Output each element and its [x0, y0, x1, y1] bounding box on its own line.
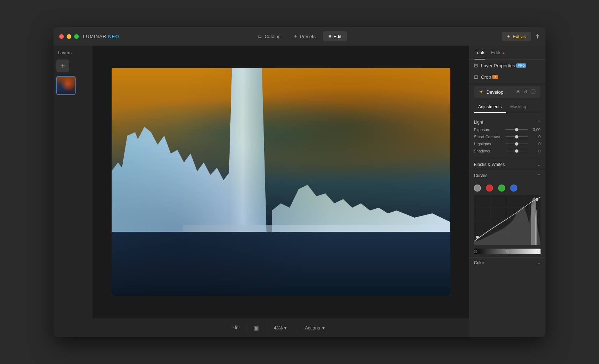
smart-contrast-label: Smart Contrast: [474, 135, 502, 139]
curves-header[interactable]: Curves ⌃: [474, 173, 541, 178]
canvas-wrapper: [93, 46, 469, 318]
right-panel: Tools Edits ● ⊞ Layer Properties PRO ⊡ C…: [469, 46, 546, 337]
add-layer-button[interactable]: +: [56, 59, 69, 72]
app-logo-neo: NEO: [108, 34, 119, 39]
visibility-icon[interactable]: 👁: [233, 324, 239, 331]
color-section: Color ⌄: [469, 258, 546, 268]
layer-properties-icon: ⊞: [474, 63, 478, 68]
layer-thumbnail[interactable]: [56, 76, 76, 95]
layer-thumb-inner: [57, 77, 75, 94]
app-logo: LUMINAR NEO: [83, 34, 119, 39]
compare-icon[interactable]: ▣: [254, 324, 259, 331]
exposure-slider-row: Exposure 0,00: [474, 128, 541, 132]
plus-icon: +: [61, 62, 65, 70]
smart-contrast-value: 0: [531, 135, 541, 139]
curves-graph[interactable]: [474, 195, 541, 245]
light-section-header[interactable]: Light ⌃: [474, 120, 541, 125]
layer-properties-badge: PRO: [516, 63, 526, 68]
develop-controls: 👁 ↺ ⓘ: [516, 89, 536, 95]
channel-blue-button[interactable]: [510, 184, 517, 192]
develop-header: ☀ Develop 👁 ↺ ⓘ: [474, 86, 541, 98]
close-button[interactable]: [59, 34, 64, 39]
light-section: Light ⌃ Exposure 0,00 Smart Contrast: [469, 117, 546, 159]
edit-label: Edit: [333, 34, 341, 39]
curves-channels: [474, 184, 541, 192]
photo-background: [112, 68, 450, 296]
channel-green-button[interactable]: [498, 184, 505, 192]
zoom-control[interactable]: 43% ▾: [273, 325, 287, 331]
exposure-label: Exposure: [474, 128, 502, 132]
shadows-value: 0: [531, 149, 541, 153]
title-right-controls: ✦ Extras ⬆: [502, 32, 540, 41]
channel-white-button[interactable]: [474, 184, 481, 192]
sun-icon: ☀: [479, 89, 483, 95]
minimize-button[interactable]: [67, 34, 71, 39]
crop-item[interactable]: ⊡ Crop ✦: [469, 71, 546, 83]
tab-edits[interactable]: Edits ●: [491, 50, 505, 59]
highlights-slider-track[interactable]: [505, 144, 528, 144]
actions-button[interactable]: Actions ▾: [301, 323, 328, 333]
develop-label: Develop: [486, 89, 503, 95]
zoom-chevron-icon: ▾: [284, 325, 287, 331]
edit-nav-button[interactable]: ≡ Edit: [323, 31, 347, 41]
blacks-whites-label: Blacks & Whites: [474, 162, 505, 167]
adjustment-tabs: Adjustments Masking: [474, 103, 541, 113]
curves-chevron-icon: ⌃: [537, 173, 541, 178]
presets-nav-button[interactable]: ✦ Presets: [288, 31, 321, 41]
channel-red-button[interactable]: [486, 184, 493, 192]
divider-3: [294, 324, 294, 331]
layer-properties-item[interactable]: ⊞ Layer Properties PRO: [469, 60, 546, 71]
smart-contrast-track: [505, 136, 528, 137]
blacks-whites-row[interactable]: Blacks & Whites ⌄: [469, 159, 546, 170]
curves-range-right-thumb[interactable]: [537, 250, 541, 253]
catalog-nav-button[interactable]: 🗂 Catalog: [252, 31, 286, 41]
curves-title: Curves: [474, 173, 487, 178]
shadows-slider-track[interactable]: [505, 151, 528, 151]
traffic-lights: [59, 34, 79, 39]
curves-range-left-thumb[interactable]: [474, 250, 477, 253]
presets-label: Presets: [300, 34, 316, 39]
color-title: Color: [474, 260, 484, 265]
extras-button[interactable]: ✦ Extras: [502, 32, 531, 41]
shadows-track: [505, 151, 528, 151]
extras-label: Extras: [513, 34, 526, 39]
title-center-nav: 🗂 Catalog ✦ Presets ≡ Edit: [252, 31, 347, 41]
undo-icon[interactable]: ↺: [523, 89, 528, 95]
smart-contrast-slider-row: Smart Contrast 0: [474, 135, 541, 139]
curves-range-slider[interactable]: [474, 249, 541, 254]
info-icon[interactable]: ⓘ: [531, 89, 536, 95]
tab-adjustments[interactable]: Adjustments: [474, 103, 506, 113]
exposure-thumb[interactable]: [515, 128, 518, 131]
curves-section: Curves ⌃: [469, 170, 546, 184]
svg-point-10: [536, 198, 538, 201]
tab-tools[interactable]: Tools: [475, 50, 485, 59]
highlights-track: [505, 144, 528, 144]
crop-badge: ✦: [492, 75, 498, 79]
edit-icon: ≡: [328, 33, 331, 39]
curves-range-mid-thumb[interactable]: [506, 250, 509, 253]
share-button[interactable]: ⬆: [535, 33, 540, 40]
title-bar: LUMINAR NEO 🗂 Catalog ✦ Presets ≡ Edit ✦…: [53, 27, 546, 46]
app-window: LUMINAR NEO 🗂 Catalog ✦ Presets ≡ Edit ✦…: [53, 27, 546, 337]
smart-contrast-slider-track[interactable]: [505, 136, 528, 137]
layers-panel: Layers +: [53, 46, 93, 337]
canvas-bottom-bar: 👁 ▣ 43% ▾ Actions ▾: [93, 318, 469, 337]
actions-label: Actions: [305, 325, 320, 331]
eye-icon[interactable]: 👁: [516, 89, 521, 95]
exposure-track: [505, 129, 528, 130]
smart-contrast-thumb[interactable]: [515, 135, 518, 139]
photo-canvas: [112, 68, 450, 296]
highlights-thumb[interactable]: [515, 142, 518, 146]
shadows-thumb[interactable]: [515, 149, 518, 153]
tab-masking[interactable]: Masking: [506, 103, 531, 113]
crop-label: Crop: [481, 74, 491, 80]
catalog-label: Catalog: [265, 34, 281, 39]
develop-title: ☀ Develop: [479, 89, 503, 95]
canvas-area: 👁 ▣ 43% ▾ Actions ▾: [93, 46, 469, 337]
exposure-slider-track[interactable]: [505, 129, 528, 130]
color-section-header[interactable]: Color ⌄: [474, 260, 541, 265]
fullscreen-button[interactable]: [74, 34, 79, 39]
main-content: Layers +: [53, 46, 546, 337]
catalog-icon: 🗂: [257, 33, 262, 39]
separator-1: [469, 83, 546, 83]
